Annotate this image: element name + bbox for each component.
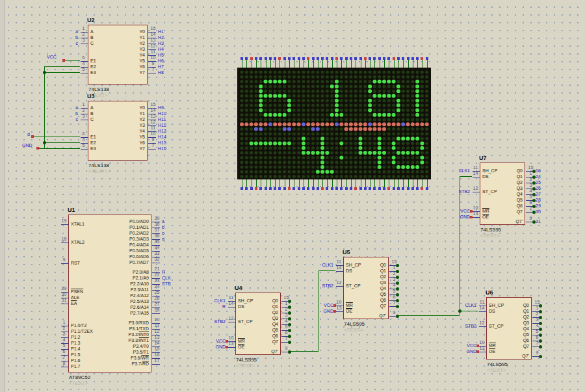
net-label: STB2 [443,189,470,194]
matrix-pin-square [278,187,281,190]
pin-number: 2 [60,326,68,331]
matrix-pin-square [255,187,257,190]
matrix-pin-stub [398,179,399,187]
pin-number: 14 [227,301,235,306]
pin-name: Q7 [517,209,523,215]
pin-name: E2 [90,64,96,70]
dot-matrix-display[interactable] [237,68,431,179]
pin-name: Q0 [523,303,529,308]
overline-text: INT1 [139,338,149,343]
pin-name: Q4 [380,286,386,291]
pin-number: 1 [79,26,88,31]
pin-name: Q6 [523,338,529,343]
matrix-pin-square [402,187,404,190]
matrix-pin-square [292,57,295,60]
matrix-pin-stub [327,60,328,68]
net-label: H6 [158,59,164,64]
matrix-pin-square [298,57,300,60]
pin-name: P1.2 [71,335,80,340]
net-label: H4 [158,47,164,52]
chip-subtext: <TEXT> [69,380,88,386]
matrix-pin-square [317,57,319,60]
matrix-pin-stub [356,60,356,68]
net-label: H13 [158,129,166,134]
pin-name: P0.6/AD6 [129,254,149,259]
pin-name: Q1 [380,268,386,274]
net-label: 16 [536,168,541,174]
pin-name: P2.5/A13 [130,299,149,304]
pin-number: 13 [149,114,157,119]
net-label: GND [443,215,470,220]
pin-stub [61,242,69,243]
pin-name: E1 [90,59,96,64]
chip-part: 74LS138 [88,163,109,168]
chip-U3[interactable]: U374LS138<TEXT>1Aa2Bb3Cc6E14E25E315Y0H91… [88,101,148,161]
matrix-pin-stub [365,60,366,68]
pin-name: Q5 [272,328,278,333]
schematic-canvas[interactable]: U274LS138<TEXT>1Aa2Bb3Cc6E14E25E315Y0H11… [0,0,585,392]
net-label: H11 [158,117,166,122]
pin-number: 31 [60,298,68,303]
matrix-pin-square [292,187,295,190]
overline-text: MR [346,303,353,307]
chip-U4[interactable]: U474LS595<TEXT>11SH_CPCLK114DSR12ST_CPST… [235,293,281,355]
matrix-pin-stub [327,179,328,187]
matrix-pin-square [393,187,395,190]
matrix-pin-stub [389,60,389,68]
matrix-pin-stub [280,60,280,68]
matrix-pin-stub [422,179,422,187]
matrix-pin-square [321,57,324,60]
chip-U1[interactable]: U1AT89C52<TEXT>19XTAL118XTAL29RST29PSEN3… [68,215,151,372]
pin-number: 39 [153,216,161,221]
pin-name: Q5 [523,332,529,337]
pin-name: P3.6/WR [131,356,149,361]
junction-dot [288,341,291,344]
pin-name: P0.4/AD4 [129,242,149,248]
matrix-pin-stub [413,179,413,187]
matrix-pin-stub [351,179,352,187]
pin-name: Q3 [523,320,529,326]
net-label: R [162,270,165,275]
chip-subtext: <TEXT> [236,363,255,369]
matrix-pin-stub [427,60,428,68]
pin-number: 6 [79,131,88,137]
pin-name: PSEN [71,289,83,294]
chip-U2[interactable]: U274LS138<TEXT>1Aa2Bb3Cc6E14E25E315Y0H11… [88,25,148,85]
pin-number: 12 [478,320,486,326]
pin-name: Q3 [517,186,523,191]
matrix-pin-square [407,187,410,190]
chip-U5[interactable]: U574LS595<TEXT>11SH_CPCLK114DS12ST_CPSTB… [343,257,389,319]
matrix-pin-stub [427,179,428,187]
chip-part: AT89C52 [69,374,90,380]
matrix-pin-square [387,187,390,190]
pin-stub [152,364,160,365]
chip-U7[interactable]: U774LS595<TEXT>11SH_CPCLK114DS12ST_CPSTB… [480,163,525,225]
net-label: 26 [536,186,541,191]
matrix-pin-stub [403,60,404,68]
chip-subtext: <TEXT> [487,367,506,373]
matrix-pin-stub [332,60,333,68]
net-label: b [51,111,78,116]
pin-number: 15 [149,102,157,107]
pin-name: Y4 [139,53,145,58]
matrix-pin-square [274,57,276,60]
pin-stub [336,311,344,312]
matrix-pin-stub [270,60,271,68]
pin-name: P2.6/A14 [130,305,149,310]
matrix-pin-stub [417,60,418,68]
matrix-pin-stub [332,179,333,187]
pin-name: Q5 [517,198,523,203]
net-label: CLK1 [198,298,226,304]
pin-number: 3 [79,38,88,43]
net-label: c [51,117,78,122]
chip-U6[interactable]: U674LS595<TEXT>11SH_CPCLK114DS12ST_CPSTB… [486,297,532,359]
pin-name: MR [489,343,496,348]
chip-part: 74LS595 [344,321,365,327]
pin-name: OE [346,309,352,314]
pin-name: Q0 [380,263,386,268]
matrix-pin-stub [361,179,361,187]
wire-segment [39,148,44,149]
pin-number: 11 [153,323,161,328]
pin-number: 9 [149,137,157,142]
matrix-pin-stub [398,60,399,68]
